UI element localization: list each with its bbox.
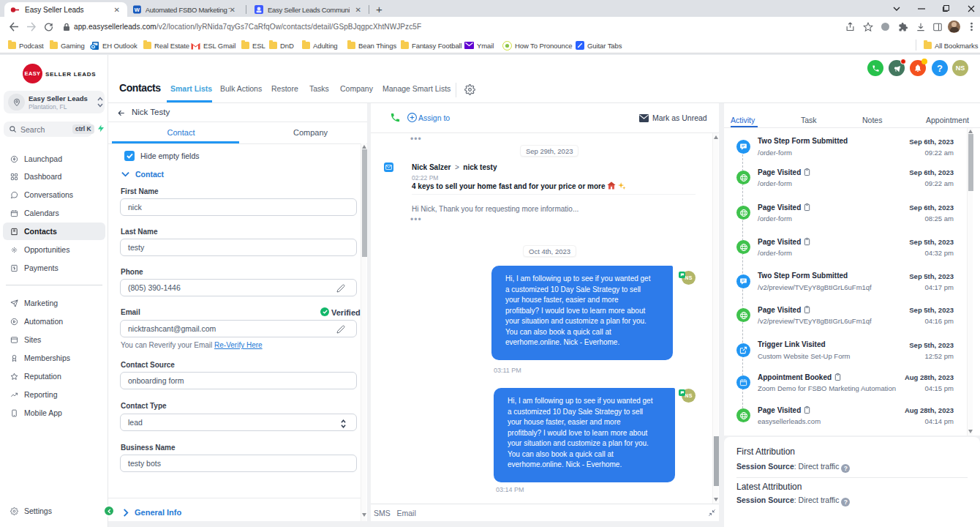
svg-text:W: W [135,7,140,13]
